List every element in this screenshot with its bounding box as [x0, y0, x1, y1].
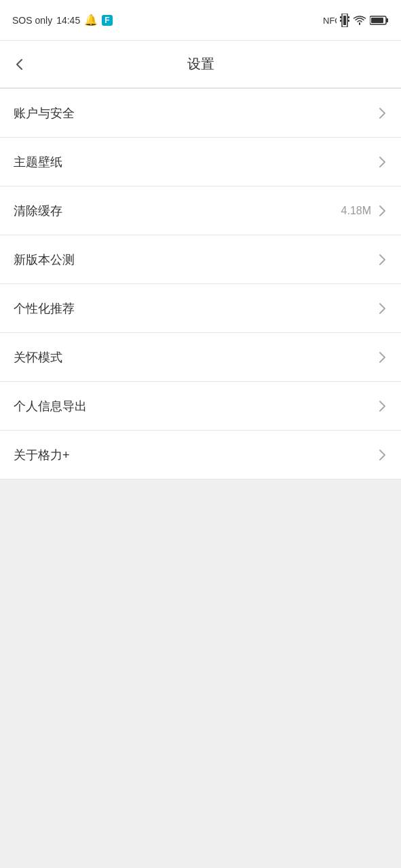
svg-text:NFC: NFC: [323, 16, 337, 26]
menu-label-clear-cache: 清除缓存: [14, 203, 62, 219]
menu-item-right: [377, 106, 387, 121]
menu-item-left: 关怀模式: [14, 349, 62, 366]
nfc-icon: NFC: [323, 15, 337, 26]
notification-icon: 🔔: [84, 14, 98, 26]
svg-rect-5: [340, 20, 341, 22]
menu-item-account-security[interactable]: 账户与安全: [0, 89, 401, 138]
menu-item-left: 主题壁纸: [14, 154, 62, 170]
battery-icon: [370, 15, 389, 26]
menu-item-clear-cache[interactable]: 清除缓存4.18M: [0, 186, 401, 235]
menu-item-right: [377, 448, 387, 462]
menu-item-left: 个性化推荐: [14, 300, 75, 317]
menu-item-theme-wallpaper[interactable]: 主题壁纸: [0, 138, 401, 186]
back-button[interactable]: [12, 57, 27, 72]
chevron-icon-personalized-recommend: [377, 301, 387, 316]
svg-rect-4: [348, 16, 349, 18]
wifi-icon: [353, 15, 366, 26]
svg-rect-3: [340, 16, 341, 18]
chevron-icon-personal-info-export: [377, 399, 387, 414]
title-bar: 设置: [0, 41, 401, 88]
menu-item-right: [377, 155, 387, 170]
chevron-icon-account-security: [377, 106, 387, 121]
chevron-icon-care-mode: [377, 350, 387, 365]
menu-value-clear-cache: 4.18M: [341, 205, 371, 217]
svg-rect-8: [386, 18, 388, 22]
menu-label-account-security: 账户与安全: [14, 105, 75, 121]
menu-item-left: 账户与安全: [14, 105, 75, 121]
status-left: SOS only 14:45 🔔 F: [12, 14, 113, 26]
menu-item-about-gree[interactable]: 关于格力+: [0, 431, 401, 479]
menu-item-left: 清除缓存: [14, 203, 62, 219]
menu-item-right: [377, 252, 387, 267]
menu-label-theme-wallpaper: 主题壁纸: [14, 154, 62, 170]
status-bar: SOS only 14:45 🔔 F NFC: [0, 0, 401, 41]
menu-label-personal-info-export: 个人信息导出: [14, 398, 87, 414]
menu-item-care-mode[interactable]: 关怀模式: [0, 333, 401, 382]
menu-label-personalized-recommend: 个性化推荐: [14, 300, 75, 317]
chevron-icon-clear-cache: [377, 203, 387, 218]
menu-item-left: 个人信息导出: [14, 398, 87, 414]
menu-item-beta-version[interactable]: 新版本公测: [0, 235, 401, 284]
svg-rect-9: [371, 18, 383, 23]
extra-status-icon: F: [102, 15, 112, 26]
menu-label-beta-version: 新版本公测: [14, 252, 75, 268]
page-title: 设置: [187, 55, 214, 73]
status-right: NFC: [323, 14, 389, 27]
chevron-icon-about-gree: [377, 448, 387, 462]
vibrate-icon: [340, 14, 349, 27]
menu-item-right: [377, 301, 387, 316]
sos-text: SOS only: [12, 15, 52, 26]
menu-item-personal-info-export[interactable]: 个人信息导出: [0, 382, 401, 431]
menu-item-right: 4.18M: [341, 203, 387, 218]
chevron-icon-beta-version: [377, 252, 387, 267]
menu-label-about-gree: 关于格力+: [14, 447, 70, 463]
menu-item-left: 关于格力+: [14, 447, 70, 463]
time-text: 14:45: [56, 15, 80, 26]
menu-item-right: [377, 399, 387, 414]
menu-item-right: [377, 350, 387, 365]
menu-label-care-mode: 关怀模式: [14, 349, 62, 366]
svg-rect-6: [348, 20, 349, 22]
menu-item-left: 新版本公测: [14, 252, 75, 268]
menu-list: 账户与安全主题壁纸清除缓存4.18M新版本公测个性化推荐关怀模式个人信息导出关于…: [0, 88, 401, 479]
bottom-area: [0, 479, 401, 818]
svg-rect-2: [343, 16, 346, 25]
chevron-icon-theme-wallpaper: [377, 155, 387, 170]
menu-item-personalized-recommend[interactable]: 个性化推荐: [0, 284, 401, 333]
